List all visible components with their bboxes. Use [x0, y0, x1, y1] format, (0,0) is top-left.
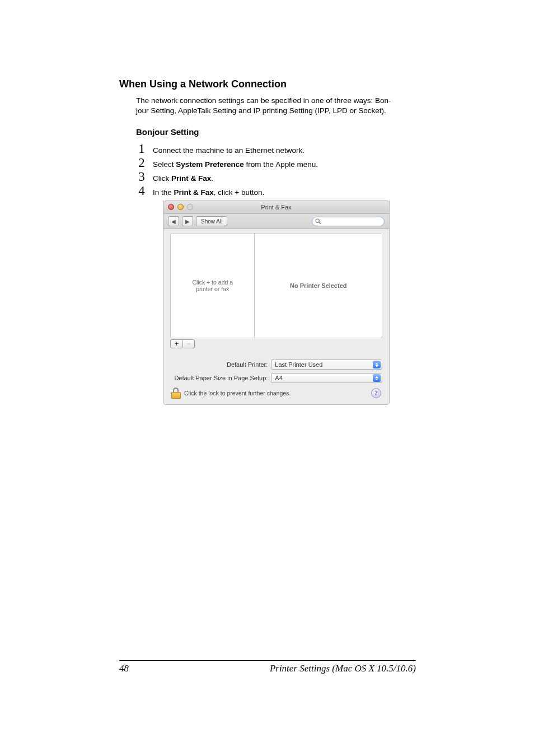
window-toolbar: ◀ ▶ Show All — [163, 214, 389, 229]
no-printer-label: No Printer Selected — [290, 282, 346, 289]
back-button[interactable]: ◀ — [168, 216, 179, 226]
step-text: In the Print & Fax, click + button. — [153, 188, 264, 197]
printer-list[interactable]: Click + to add a printer or fax — [171, 234, 255, 338]
chevron-updown-icon — [373, 374, 381, 382]
add-printer-button[interactable]: + — [170, 339, 182, 348]
subhead-bonjour: Bonjour Setting — [136, 127, 416, 137]
step-text-bold: System Preference — [176, 160, 244, 169]
default-paper-value: A4 — [275, 375, 282, 381]
default-printer-value: Last Printer Used — [275, 361, 322, 368]
section-heading: When Using a Network Connection — [119, 78, 416, 90]
default-printer-dropdown[interactable]: Last Printer Used — [271, 360, 382, 370]
lock-text: Click the lock to prevent further change… — [184, 390, 291, 396]
help-button[interactable]: ? — [371, 388, 381, 398]
settings-block: Default Printer: Last Printer Used Defau… — [170, 360, 382, 386]
step-number: 3 — [136, 170, 147, 183]
step-number: 1 — [136, 142, 147, 155]
search-icon — [315, 218, 321, 225]
intro-paragraph: The network connection settings can be s… — [136, 96, 416, 116]
footer-section-title: Printer Settings (Mac OS X 10.5/10.6) — [270, 663, 416, 674]
step-3: 3 Click Print & Fax. — [136, 170, 416, 183]
default-paper-row: Default Paper Size in Page Setup: A4 — [170, 373, 382, 383]
close-icon[interactable] — [168, 204, 174, 210]
step-text-post: from the Apple menu. — [244, 160, 318, 169]
print-fax-window: Print & Fax ◀ ▶ Show All Click + to add … — [163, 200, 390, 405]
zoom-icon[interactable] — [187, 204, 193, 210]
step-text-post: button. — [239, 188, 264, 197]
svg-line-1 — [319, 222, 321, 224]
step-text: Connect the machine to an Ethernet netwo… — [153, 146, 305, 155]
page-footer: 48 Printer Settings (Mac OS X 10.5/10.6) — [119, 660, 416, 674]
steps-list: 1 Connect the machine to an Ethernet net… — [136, 142, 416, 197]
printer-detail: No Printer Selected — [255, 234, 382, 338]
toolbar-left: ◀ ▶ Show All — [168, 216, 227, 226]
left-hint-2: printer or fax — [196, 286, 229, 292]
step-number: 2 — [136, 156, 147, 169]
add-remove-buttons: + − — [170, 339, 195, 348]
intro-line-1: The network connection settings can be s… — [136, 96, 391, 105]
window-title: Print & Fax — [261, 204, 291, 211]
search-input[interactable] — [312, 217, 385, 226]
minimize-icon[interactable] — [177, 204, 184, 210]
step-text-bold: Print & Fax — [171, 174, 211, 183]
left-hint-1: Click + to add a — [192, 279, 233, 286]
step-text-pre: Click — [153, 174, 171, 183]
footer-page-number: 48 — [119, 663, 129, 674]
step-text-bold: Print & Fax — [174, 188, 214, 197]
default-printer-row: Default Printer: Last Printer Used — [170, 360, 382, 370]
step-text-mid: , click — [214, 188, 235, 197]
forward-button[interactable]: ▶ — [182, 216, 193, 226]
window-traffic-lights — [168, 204, 193, 210]
step-2: 2 Select System Preference from the Appl… — [136, 156, 416, 169]
step-text-pre: In the — [153, 188, 174, 197]
window-titlebar: Print & Fax — [163, 200, 389, 214]
chevron-updown-icon — [373, 361, 381, 368]
step-4: 4 In the Print & Fax, click + button. — [136, 184, 416, 197]
step-text-post: . — [211, 174, 213, 183]
lock-row: Click the lock to prevent further change… — [171, 388, 381, 399]
default-paper-label: Default Paper Size in Page Setup: — [170, 375, 268, 381]
step-text: Click Print & Fax. — [153, 174, 213, 183]
intro-line-2: jour Setting, AppleTalk Setting and IP p… — [136, 106, 386, 115]
remove-printer-button[interactable]: − — [182, 339, 195, 348]
footer-rule — [119, 660, 416, 661]
step-text: Select System Preference from the Apple … — [153, 160, 318, 169]
default-printer-label: Default Printer: — [170, 361, 268, 368]
lock-icon[interactable] — [171, 388, 181, 399]
showall-button[interactable]: Show All — [196, 216, 227, 226]
main-area: Click + to add a printer or fax No Print… — [170, 233, 382, 338]
step-1: 1 Connect the machine to an Ethernet net… — [136, 142, 416, 155]
step-text-pre: Select — [153, 160, 176, 169]
default-paper-dropdown[interactable]: A4 — [271, 373, 382, 383]
step-number: 4 — [136, 184, 147, 197]
